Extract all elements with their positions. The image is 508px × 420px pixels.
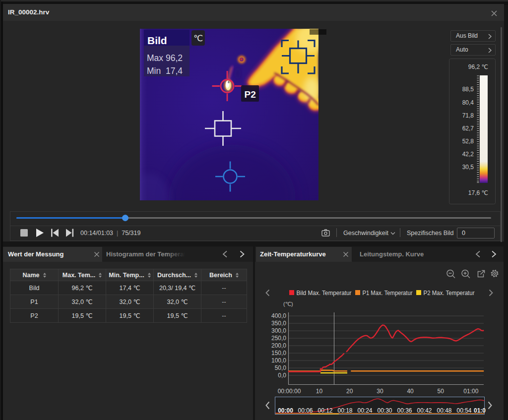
svg-text:Bild: Bild xyxy=(147,35,167,46)
svg-text:00:42: 00:42 xyxy=(417,407,432,414)
svg-text:00:12: 00:12 xyxy=(318,407,332,414)
svg-text:80,4: 80,4 xyxy=(462,99,474,106)
svg-text:P2: P2 xyxy=(245,89,256,100)
svg-text:00:18: 00:18 xyxy=(337,407,352,414)
svg-text:250,0: 250,0 xyxy=(271,335,286,342)
svg-text:50,0: 50,0 xyxy=(275,364,287,371)
svg-text:P2 Max. Temperatur: P2 Max. Temperatur xyxy=(424,290,475,297)
svg-text:300,0: 300,0 xyxy=(271,327,286,334)
svg-text:00:30: 00:30 xyxy=(377,407,392,414)
svg-text:01:0: 01:0 xyxy=(474,407,486,414)
svg-text:20: 20 xyxy=(346,388,353,395)
svg-text:62,7: 62,7 xyxy=(462,125,474,132)
svg-text:00:48: 00:48 xyxy=(437,407,451,414)
svg-text:Bild Max. Temperatur: Bild Max. Temperatur xyxy=(297,290,352,297)
svg-text:00:06: 00:06 xyxy=(298,407,313,414)
svg-text:71,8: 71,8 xyxy=(462,112,474,119)
svg-text:88,5: 88,5 xyxy=(462,86,474,93)
svg-text:00:00: 00:00 xyxy=(278,407,293,414)
svg-text:0,0: 0,0 xyxy=(278,372,286,379)
svg-text:00:54: 00:54 xyxy=(456,407,471,414)
svg-text:00:24: 00:24 xyxy=(357,407,372,414)
svg-text:100,0: 100,0 xyxy=(271,357,286,364)
svg-text:30,5: 30,5 xyxy=(462,164,474,171)
svg-text:50: 50 xyxy=(438,388,444,395)
svg-text:400,0: 400,0 xyxy=(271,312,286,319)
svg-text:200,0: 200,0 xyxy=(271,342,286,349)
svg-text:(℃): (℃) xyxy=(283,301,293,307)
svg-text:00:36: 00:36 xyxy=(397,407,412,414)
svg-text:350,0: 350,0 xyxy=(271,320,286,327)
svg-text:42,2: 42,2 xyxy=(462,151,474,158)
svg-text:Max 96,2: Max 96,2 xyxy=(147,53,183,63)
svg-text:52,8: 52,8 xyxy=(462,138,474,145)
svg-text:17,6 ℃: 17,6 ℃ xyxy=(468,189,488,196)
svg-text:P1 Max. Temperatur: P1 Max. Temperatur xyxy=(363,290,413,297)
svg-text:00:00:00: 00:00:00 xyxy=(278,388,301,395)
svg-text:01:00: 01:00 xyxy=(463,388,478,395)
svg-text:℃: ℃ xyxy=(193,34,203,43)
svg-text:10: 10 xyxy=(316,388,323,395)
svg-text:30: 30 xyxy=(377,388,383,395)
svg-text:150,0: 150,0 xyxy=(271,350,286,357)
svg-text:40: 40 xyxy=(407,388,414,395)
svg-text:96,2 ℃: 96,2 ℃ xyxy=(468,63,488,70)
svg-text:Min 17,4: Min 17,4 xyxy=(147,66,183,76)
